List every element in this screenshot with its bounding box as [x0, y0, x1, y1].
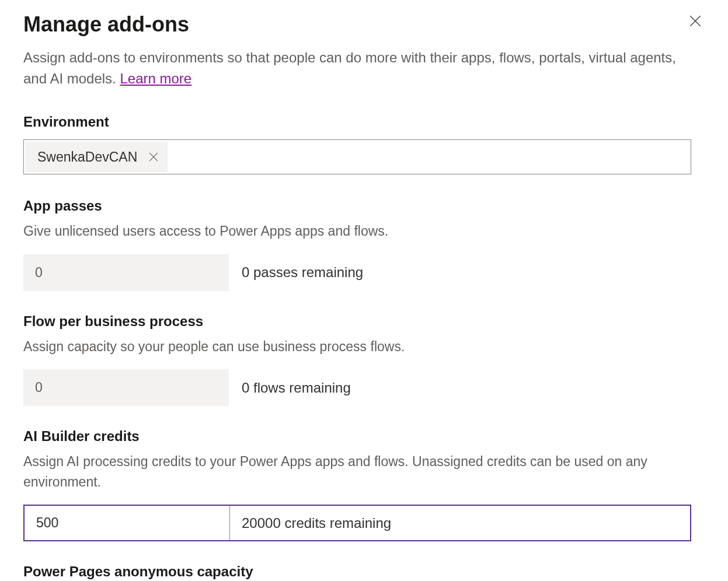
environment-label: Environment [23, 114, 705, 130]
page-title: Manage add-ons [23, 12, 189, 37]
ai-builder-section: AI Builder credits Assign AI processing … [23, 428, 705, 541]
learn-more-link[interactable]: Learn more [120, 71, 191, 86]
environment-chip: SwenkaDevCAN [26, 142, 168, 172]
flow-process-remaining: 0 flows remaining [242, 380, 351, 396]
flow-process-description: Assign capacity so your people can use b… [23, 337, 695, 357]
ai-builder-title: AI Builder credits [23, 428, 705, 444]
power-pages-anon-title: Power Pages anonymous capacity [23, 564, 705, 580]
close-icon [689, 15, 701, 27]
flow-process-title: Flow per business process [23, 313, 705, 330]
app-passes-remaining: 0 passes remaining [242, 264, 363, 281]
page-description: Assign add-ons to environments so that p… [23, 47, 695, 89]
app-passes-title: App passes [23, 198, 705, 214]
close-icon [149, 152, 158, 162]
ai-builder-input[interactable] [25, 506, 230, 540]
environment-chip-label: SwenkaDevCAN [37, 149, 137, 165]
app-passes-input[interactable] [23, 254, 229, 291]
flow-process-input[interactable] [23, 369, 229, 406]
environment-picker[interactable]: SwenkaDevCAN [23, 139, 691, 174]
ai-builder-description: Assign AI processing credits to your Pow… [23, 452, 695, 492]
ai-builder-remaining: 20000 credits remaining [230, 506, 690, 540]
environment-chip-remove-button[interactable] [148, 151, 159, 163]
app-passes-section: App passes Give unlicensed users access … [23, 198, 705, 291]
flow-process-section: Flow per business process Assign capacit… [23, 313, 705, 407]
app-passes-description: Give unlicensed users access to Power Ap… [23, 221, 695, 242]
close-button[interactable] [686, 12, 705, 30]
